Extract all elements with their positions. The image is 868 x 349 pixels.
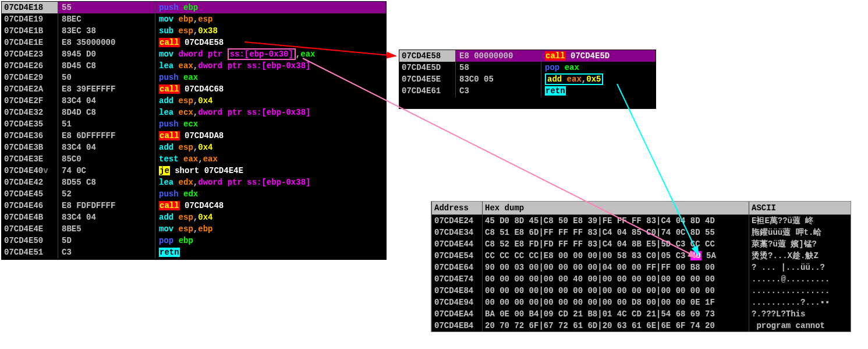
token: dword ptr ss:[ebp-0x38] bbox=[198, 108, 310, 117]
disasm-row[interactable]: 07CD4E4552push edx bbox=[2, 188, 386, 200]
token: ebp bbox=[179, 236, 193, 245]
hex-address: 07CD4EB4 bbox=[431, 320, 482, 332]
bytes-cell: E8 FDFDFFFF bbox=[58, 200, 155, 211]
address-cell: 07CD4E46 bbox=[2, 200, 58, 211]
address-cell: 07CD4E29 bbox=[2, 72, 58, 83]
disasm-cell: push eax bbox=[155, 72, 386, 83]
disasm-row[interactable]: 07CD4E1EE8 35000000call 07CD4E58 bbox=[2, 37, 386, 48]
disasm-row[interactable]: 07CD4E3E85C0test eax,eax bbox=[2, 153, 386, 165]
disasm-row[interactable]: 07CD4E1855push ebp bbox=[2, 2, 386, 13]
token: , bbox=[296, 50, 300, 59]
address-cell: 07CD4E4B bbox=[2, 211, 58, 223]
hexdump-row[interactable]: 07CD4E34C8 51 E8 6D|FF FF FF 83|C4 04 85… bbox=[431, 227, 851, 238]
disasm-cell: lea edx,dword ptr ss:[ebp-0x38] bbox=[155, 177, 386, 188]
hexdump-header: Address Hex dump ASCII bbox=[431, 202, 851, 215]
token: 07CD4E5D bbox=[571, 51, 610, 61]
hex-ascii: ................ bbox=[749, 285, 851, 297]
address-cell: 07CD4E32 bbox=[2, 107, 58, 118]
hexdump-row[interactable]: 07CD4E2445 D0 8D 45|C8 50 E8 39|FE FF FF… bbox=[431, 215, 851, 227]
disasm-row[interactable]: 07CD4E3B83C4 04add esp,0x4 bbox=[2, 142, 386, 153]
address-cell: 07CD4E18 bbox=[2, 2, 58, 13]
disasm-row[interactable]: 07CD4E51C3retn bbox=[2, 246, 386, 258]
hex-bytes: C8 52 E8 FD|FD FF FF 83|C4 04 8B E5|5D C… bbox=[482, 238, 749, 250]
hex-bytes: BA 0E 00 B4|09 CD 21 B8|01 4C CD 21|54 6… bbox=[482, 308, 749, 320]
token: dword ptr bbox=[179, 50, 228, 59]
hexdump-row[interactable]: 07CD4E7400 00 00 00|00 00 40 00|00 00 00… bbox=[431, 273, 851, 285]
token: push bbox=[159, 119, 179, 129]
token bbox=[179, 73, 183, 82]
token: 0x4 bbox=[198, 213, 212, 222]
hexdump-row[interactable]: 07CD4EB420 70 72 6F|67 72 61 6D|20 63 61… bbox=[431, 320, 851, 332]
highlight-box-pink: ss:[ebp-0x30] bbox=[228, 48, 296, 60]
disasm-cell: call 07CD4C48 bbox=[155, 200, 386, 211]
token: esp bbox=[179, 213, 193, 222]
disasm-row[interactable]: 07CD4E4B83C4 04add esp,0x4 bbox=[2, 211, 386, 223]
disasm-cell: call 07CD4E58 bbox=[155, 37, 386, 48]
disasm-row[interactable]: 07CD4E2950push eax bbox=[2, 72, 386, 83]
disasm-row[interactable]: 07CD4E36E8 6DFFFFFFcall 07CD4DA8 bbox=[2, 130, 386, 142]
address-cell: 07CD4E42 bbox=[2, 177, 58, 188]
token: push bbox=[159, 3, 179, 12]
disasm-row[interactable]: 07CD4E46E8 FDFDFFFFcall 07CD4C48 bbox=[2, 200, 386, 211]
bytes-cell: 58 bbox=[455, 62, 541, 73]
disasm-cell: lea ecx,dword ptr ss:[ebp-0x38] bbox=[155, 107, 386, 118]
token bbox=[180, 201, 185, 210]
hexdump-row[interactable]: 07CD4E54CC CC CC CC|E8 00 00 00|00 58 83… bbox=[431, 250, 851, 262]
hexdump-row[interactable]: 07CD4E9400 00 00 00|00 00 00 00|00 00 D8… bbox=[431, 297, 851, 308]
disasm-row[interactable]: 07CD4E4E8BE5mov esp,ebp bbox=[2, 223, 386, 235]
hex-address: 07CD4E74 bbox=[431, 273, 482, 285]
token: , bbox=[193, 108, 198, 117]
disasm-row[interactable]: 07CD4E268D45 C8lea eax,dword ptr ss:[ebp… bbox=[2, 60, 386, 72]
disasm-cell: retn bbox=[155, 246, 386, 258]
address-cell: 07CD4E61 bbox=[399, 85, 455, 97]
address-cell: 07CD4E2F bbox=[2, 95, 58, 107]
token: add bbox=[159, 143, 179, 152]
disasm-cell: push ecx bbox=[155, 118, 386, 130]
disasm-row[interactable]: 07CD4E2AE8 39FEFFFFcall 07CD4C68 bbox=[2, 83, 386, 95]
disasm-cell: add esp,0x4 bbox=[155, 95, 386, 107]
token: retn bbox=[159, 248, 180, 257]
disasm-row[interactable]: 07CD4E58E8 00000000call 07CD4E5D bbox=[399, 50, 656, 62]
disasm-cell: sub esp,0x38 bbox=[155, 25, 386, 37]
disasm-row[interactable]: 07CD4E61C3retn bbox=[399, 85, 656, 97]
hexdump-row[interactable]: 07CD4EA4BA 0E 00 B4|09 CD 21 B8|01 4C CD… bbox=[431, 308, 851, 320]
hex-bytes: C8 51 E8 6D|FF FF FF 83|C4 04 85 C0|74 0… bbox=[482, 227, 749, 238]
disasm-row[interactable]: 07CD4E198BECmov ebp,esp bbox=[2, 13, 386, 25]
disasm-sub-panel[interactable]: 07CD4E58E8 00000000call 07CD4E5D07CD4E5D… bbox=[399, 50, 656, 109]
token: add bbox=[547, 75, 567, 84]
token: mov bbox=[159, 224, 179, 234]
token: mov bbox=[159, 50, 179, 59]
hex-address: 07CD4E64 bbox=[431, 262, 482, 273]
token: edx bbox=[183, 189, 198, 199]
hexdump-row[interactable]: 07CD4E8400 00 00 00|00 00 00 00|00 00 00… bbox=[431, 285, 851, 297]
token: pop bbox=[545, 63, 559, 72]
token: retn bbox=[545, 86, 566, 96]
hex-ascii: ? ... |...üü..? bbox=[749, 262, 851, 273]
hexdump-row[interactable]: 07CD4E6490 00 03 00|00 00 00 00|04 00 00… bbox=[431, 262, 851, 273]
disasm-row[interactable]: 07CD4E2F83C4 04add esp,0x4 bbox=[2, 95, 386, 107]
disasm-cell: test eax,eax bbox=[155, 153, 386, 165]
token bbox=[179, 3, 183, 12]
disasm-row[interactable]: 07CD4E428D55 C8lea edx,dword ptr ss:[ebp… bbox=[2, 177, 386, 188]
token: je bbox=[159, 166, 170, 175]
hexdump-row[interactable]: 07CD4E44C8 52 E8 FD|FD FF FF 83|C4 04 8B… bbox=[431, 238, 851, 250]
address-cell: 07CD4E3B bbox=[2, 142, 58, 153]
disasm-main-panel[interactable]: 07CD4E1855push ebp07CD4E198BECmov ebp,es… bbox=[1, 1, 387, 260]
address-cell: 07CD4E51 bbox=[2, 246, 58, 258]
disasm-row[interactable]: 07CD4E328D4D C8lea ecx,dword ptr ss:[ebp… bbox=[2, 107, 386, 118]
hex-address: 07CD4E94 bbox=[431, 297, 482, 308]
address-cell: 07CD4E2A bbox=[2, 83, 58, 95]
token: eax bbox=[203, 154, 218, 164]
disasm-row[interactable]: 07CD4E3551push ecx bbox=[2, 118, 386, 130]
disasm-row[interactable]: 07CD4E40v 74 0Cje short 07CD4E4E bbox=[2, 165, 386, 177]
disasm-row[interactable]: 07CD4E5E83C0 05add eax,0x5 bbox=[399, 73, 656, 85]
token: 07CD4DA8 bbox=[185, 131, 224, 140]
token: , bbox=[193, 61, 198, 70]
hex-ascii: ..........?...▪▪ bbox=[749, 297, 851, 308]
disasm-row[interactable]: 07CD4E5D58pop eax bbox=[399, 62, 656, 73]
disasm-row[interactable]: 07CD4E505Dpop ebp bbox=[2, 235, 386, 246]
hex-bytes: 00 00 00 00|00 00 00 00|00 00 D8 00|00 0… bbox=[482, 297, 749, 308]
disasm-row[interactable]: 07CD4E238945 D0mov dword ptr ss:[ebp-0x3… bbox=[2, 48, 386, 60]
disasm-row[interactable]: 07CD4E1B83EC 38sub esp,0x38 bbox=[2, 25, 386, 37]
hexdump-panel[interactable]: Address Hex dump ASCII 07CD4E2445 D0 8D … bbox=[431, 201, 851, 332]
